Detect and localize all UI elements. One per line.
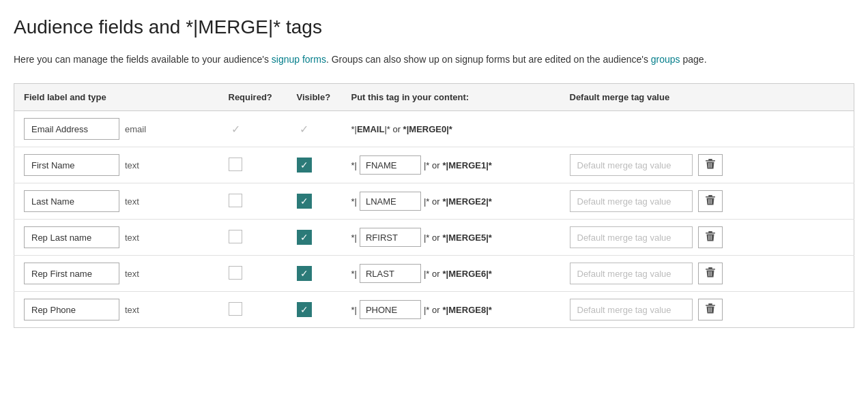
- visible-cell[interactable]: ✓: [287, 292, 342, 328]
- field-type-label: text: [119, 269, 139, 279]
- field-type-label: text: [119, 233, 139, 243]
- default-value-input[interactable]: [570, 190, 693, 212]
- header-required: Required?: [219, 84, 287, 111]
- tag-merge-bold: *|MERGE6|*: [443, 269, 492, 279]
- default-cell: [560, 292, 854, 328]
- page-title: Audience fields and *|MERGE|* tags: [14, 16, 854, 38]
- svg-rect-8: [708, 303, 712, 305]
- default-cell: [560, 147, 854, 183]
- trash-icon: [705, 159, 716, 172]
- default-cell: [560, 183, 854, 220]
- delete-button[interactable]: [698, 226, 723, 248]
- required-cell[interactable]: [219, 256, 287, 292]
- tag-value-input[interactable]: [360, 192, 421, 211]
- default-cell: [560, 256, 854, 292]
- visible-cell[interactable]: ✓: [287, 183, 342, 220]
- delete-button[interactable]: [698, 154, 723, 176]
- default-value-input[interactable]: [570, 226, 693, 248]
- tag-merge-bold: *|MERGE5|*: [443, 233, 492, 243]
- trash-icon: [705, 267, 716, 280]
- groups-link[interactable]: groups: [651, 54, 680, 65]
- default-cell: [560, 220, 854, 256]
- tag-cell: *||* or *|MERGE8|*: [342, 292, 560, 328]
- required-checkbox[interactable]: [229, 230, 242, 243]
- visible-check-disabled: ✓: [297, 121, 312, 136]
- visible-cell[interactable]: ✓: [287, 111, 342, 147]
- delete-button[interactable]: [698, 299, 723, 320]
- default-value-input[interactable]: [570, 263, 693, 284]
- field-label-input[interactable]: [24, 226, 119, 248]
- tag-cell: *|EMAIL|* or *|MERGE0|*: [342, 111, 560, 147]
- tag-prefix: *|: [351, 196, 357, 207]
- visible-checkbox-checked[interactable]: ✓: [297, 230, 312, 245]
- svg-rect-2: [708, 195, 712, 196]
- required-cell: ✓: [219, 111, 287, 147]
- default-value-input[interactable]: [570, 154, 693, 176]
- default-cell: [560, 111, 854, 147]
- tag-cell: *||* or *|MERGE6|*: [342, 256, 560, 292]
- required-cell[interactable]: [219, 220, 287, 256]
- visible-checkbox-checked[interactable]: ✓: [297, 194, 312, 209]
- header-default: Default merge tag value: [560, 84, 854, 111]
- page-description: Here you can manage the fields available…: [14, 52, 854, 67]
- tag-cell: *||* or *|MERGE1|*: [342, 147, 560, 183]
- required-checkbox[interactable]: [229, 266, 242, 280]
- tag-merge-bold: *|MERGE2|*: [443, 196, 492, 207]
- delete-button[interactable]: [698, 263, 723, 284]
- visible-cell[interactable]: ✓: [287, 147, 342, 183]
- tag-prefix: *|: [351, 160, 357, 170]
- tag-value-input[interactable]: [360, 300, 421, 319]
- field-label-input[interactable]: [24, 263, 119, 284]
- table-row: email✓✓*|EMAIL|* or *|MERGE0|*: [14, 111, 854, 147]
- trash-icon: [705, 303, 716, 316]
- field-type-label: text: [119, 160, 139, 170]
- default-value-input[interactable]: [570, 299, 693, 320]
- svg-rect-1: [706, 160, 715, 162]
- svg-rect-7: [706, 269, 715, 270]
- visible-checkbox-checked[interactable]: ✓: [297, 158, 312, 173]
- table-row: text✓*||* or *|MERGE5|*: [14, 220, 854, 256]
- signup-forms-link[interactable]: signup forms: [272, 54, 326, 65]
- svg-rect-6: [708, 267, 712, 269]
- svg-rect-0: [708, 159, 712, 160]
- table-row: text✓*||* or *|MERGE2|*: [14, 183, 854, 220]
- tag-prefix: *|: [351, 305, 357, 315]
- table-row: text✓*||* or *|MERGE6|*: [14, 256, 854, 292]
- tag-value-input[interactable]: [360, 264, 421, 283]
- tag-cell: *||* or *|MERGE5|*: [342, 220, 560, 256]
- tag-merge-bold: *|MERGE1|*: [443, 160, 492, 170]
- field-type-label: text: [119, 196, 139, 207]
- svg-rect-4: [708, 231, 712, 233]
- fields-table: Field label and type Required? Visible? …: [14, 83, 854, 328]
- required-cell[interactable]: [219, 292, 287, 328]
- visible-checkbox-checked[interactable]: ✓: [297, 302, 312, 317]
- tag-merge-bold: *|MERGE8|*: [443, 305, 492, 315]
- field-label-input[interactable]: [24, 299, 119, 320]
- field-label-input[interactable]: [24, 118, 119, 140]
- svg-rect-9: [706, 305, 715, 306]
- svg-rect-5: [706, 233, 715, 234]
- field-label-input[interactable]: [24, 154, 119, 176]
- trash-icon: [705, 231, 716, 244]
- visible-cell[interactable]: ✓: [287, 220, 342, 256]
- tag-value-input[interactable]: [360, 228, 421, 247]
- visible-checkbox-checked[interactable]: ✓: [297, 266, 312, 281]
- visible-cell[interactable]: ✓: [287, 256, 342, 292]
- tag-cell: *||* or *|MERGE2|*: [342, 183, 560, 220]
- header-tag: Put this tag in your content:: [342, 84, 560, 111]
- table-row: text✓*||* or *|MERGE8|*: [14, 292, 854, 328]
- required-cell[interactable]: [219, 147, 287, 183]
- required-check-disabled: ✓: [229, 121, 244, 136]
- table-header-row: Field label and type Required? Visible? …: [14, 84, 854, 111]
- tag-value-input[interactable]: [360, 155, 421, 175]
- tag-full-text: *|EMAIL|* or *|MERGE0|*: [351, 124, 452, 134]
- required-cell[interactable]: [219, 183, 287, 220]
- delete-button[interactable]: [698, 190, 723, 212]
- tag-prefix: *|: [351, 269, 357, 279]
- required-checkbox[interactable]: [229, 158, 242, 171]
- field-label-input[interactable]: [24, 190, 119, 212]
- required-checkbox[interactable]: [229, 194, 242, 207]
- field-type-label: email: [119, 124, 146, 134]
- svg-rect-3: [706, 196, 715, 198]
- required-checkbox[interactable]: [229, 302, 242, 316]
